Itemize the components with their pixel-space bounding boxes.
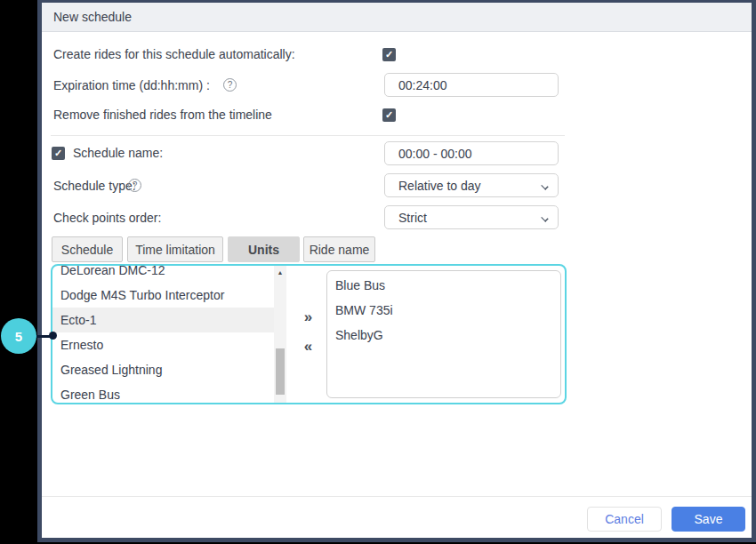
- double-chevron-left-icon: «: [304, 338, 311, 356]
- available-units-list[interactable]: DeLorean DMC-12 Dodge M4S Turbo Intercep…: [52, 266, 274, 403]
- expiration-input[interactable]: 00:24:00: [384, 73, 559, 97]
- list-item-selected[interactable]: Ecto-1: [52, 308, 274, 332]
- auto-create-label: Create rides for this schedule automatic…: [53, 47, 295, 61]
- auto-create-checkbox[interactable]: ✓: [382, 48, 396, 61]
- remove-finished-label: Remove finished rides from the timeline: [53, 108, 272, 122]
- schedule-name-input[interactable]: 00:00 - 00:00: [384, 141, 559, 165]
- callout-badge-5: 5: [1, 318, 36, 354]
- tab-ride-name[interactable]: Ride name: [303, 236, 375, 262]
- schedule-type-label: Schedule type:: [53, 179, 136, 193]
- tab-time-limitation[interactable]: Time limitation: [127, 236, 223, 262]
- dialog-titlebar: New schedule: [42, 3, 752, 32]
- dialog-title: New schedule: [53, 10, 132, 24]
- double-chevron-right-icon: »: [304, 308, 311, 326]
- list-item[interactable]: BMW 735i: [327, 298, 560, 323]
- callout-dot: [49, 332, 57, 340]
- units-dual-list-panel: DeLorean DMC-12 Dodge M4S Turbo Intercep…: [51, 264, 567, 404]
- list-item[interactable]: Green Bus: [52, 382, 274, 403]
- list-item[interactable]: Greased Lightning: [52, 357, 274, 382]
- help-icon[interactable]: ?: [128, 179, 141, 192]
- tab-units[interactable]: Units: [228, 236, 300, 262]
- cancel-button[interactable]: Cancel: [587, 507, 662, 532]
- check-icon: ✓: [385, 110, 393, 120]
- list-item[interactable]: ShelbyG: [327, 323, 560, 348]
- schedule-name-label: Schedule name:: [73, 146, 163, 160]
- chevron-down-icon: [541, 214, 548, 221]
- check-icon: ✓: [54, 148, 62, 158]
- schedule-type-select[interactable]: Relative to day: [384, 173, 559, 197]
- scrollbar[interactable]: ▲: [274, 266, 286, 403]
- move-left-button[interactable]: «: [294, 336, 321, 357]
- list-item[interactable]: Dodge M4S Turbo Interceptor: [52, 283, 274, 308]
- section-divider: [51, 135, 565, 136]
- new-schedule-dialog: New schedule Create rides for this sched…: [37, 0, 756, 542]
- scrollbar-thumb[interactable]: [276, 348, 285, 395]
- check-icon: ✓: [385, 50, 393, 60]
- checkpoints-order-select[interactable]: Strict: [384, 205, 559, 229]
- expiration-label: Expiration time (dd:hh:mm) :: [53, 78, 210, 92]
- footer-divider: [42, 496, 752, 497]
- schedule-name-checkbox[interactable]: ✓: [52, 147, 65, 160]
- assigned-units-list[interactable]: Blue Bus BMW 735i ShelbyG: [326, 270, 561, 398]
- help-icon[interactable]: ?: [223, 78, 237, 92]
- remove-finished-checkbox[interactable]: ✓: [382, 108, 396, 122]
- list-item[interactable]: Ernesto: [52, 332, 274, 357]
- checkpoints-order-label: Check points order:: [53, 211, 161, 225]
- save-button[interactable]: Save: [672, 507, 745, 532]
- tab-schedule[interactable]: Schedule: [52, 236, 123, 262]
- move-right-button[interactable]: »: [294, 307, 321, 328]
- list-item[interactable]: Blue Bus: [327, 273, 560, 298]
- scroll-up-icon[interactable]: ▲: [274, 267, 286, 277]
- chevron-down-icon: [541, 182, 548, 189]
- screen: New schedule Create rides for this sched…: [0, 0, 756, 544]
- list-item[interactable]: DeLorean DMC-12: [52, 266, 274, 283]
